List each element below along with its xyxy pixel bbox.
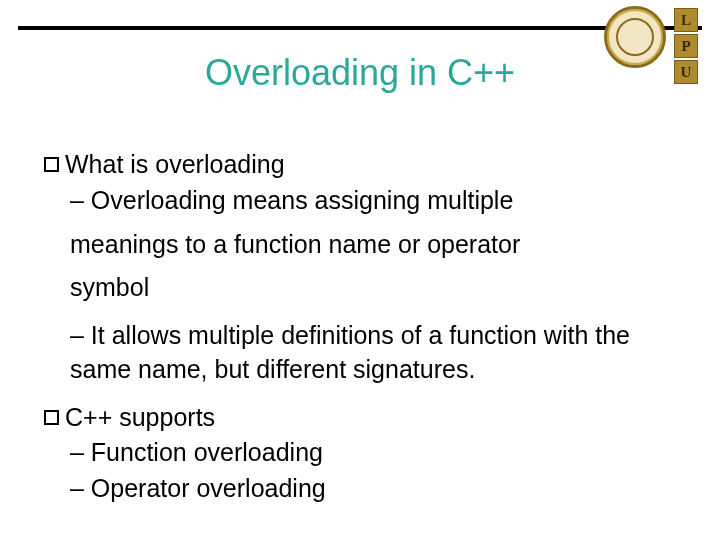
square-bullet-icon [44, 157, 59, 172]
header-rule [18, 26, 702, 30]
bullet-label: C++ supports [65, 401, 215, 435]
slide-body: What is overloading – Overloading means … [44, 148, 672, 510]
square-bullet-icon [44, 410, 59, 425]
lpu-letter: L [674, 8, 698, 32]
slide-title: Overloading in C++ [0, 52, 720, 94]
sub-item: – Function overloading [70, 436, 672, 470]
bullet-label: What is overloading [65, 148, 285, 182]
sub-item: – Operator overloading [70, 472, 672, 506]
sub-item-cont: meanings to a function name or operator [70, 228, 672, 262]
bullet-item: C++ supports [44, 401, 672, 435]
bullet-item: What is overloading [44, 148, 672, 182]
sub-item: – Overloading means assigning multiple [70, 184, 672, 218]
slide: L P U Overloading in C++ What is overloa… [0, 0, 720, 540]
sub-item-cont: symbol [70, 271, 672, 305]
sub-item: – It allows multiple definitions of a fu… [70, 319, 672, 387]
